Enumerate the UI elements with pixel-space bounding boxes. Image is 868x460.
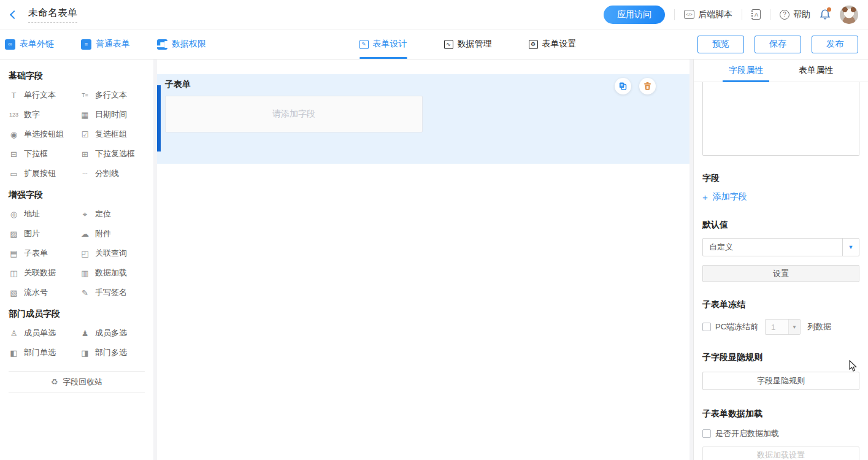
palette-grid: ♙成员单选♟成员多选◧部门单选◨部门多选 — [9, 323, 153, 362]
palette-item-member-single[interactable]: ♙成员单选 — [9, 323, 80, 343]
department-icon: ◧ — [9, 349, 19, 357]
serial-number-icon: ▧ — [9, 289, 19, 297]
visibility-rules-button[interactable]: 字段显隐规则 — [702, 372, 859, 390]
palette-item-linked-query[interactable]: ◰关联查询 — [80, 243, 151, 263]
code-icon: </> — [684, 10, 694, 19]
linked-query-icon: ◰ — [80, 250, 90, 258]
data-chart-icon: ∿ — [444, 40, 453, 49]
tab-data-management[interactable]: ∿数据管理 — [444, 29, 492, 59]
chevron-down-icon: ▼ — [842, 239, 859, 256]
palette-item-label: 关联查询 — [95, 248, 127, 259]
center-tabs: ✎表单设计∿数据管理⚙表单设置 — [238, 29, 697, 59]
contacts-icon[interactable]: A — [751, 9, 761, 20]
document-icon: ≡ — [81, 39, 91, 50]
plus-icon: + — [702, 193, 708, 202]
back-icon[interactable] — [10, 10, 18, 18]
toolbar-link-label: 表单外链 — [20, 39, 54, 50]
data-load-checkbox[interactable] — [702, 429, 711, 438]
user-avatar[interactable] — [840, 6, 858, 24]
toolbar-link-normal-form[interactable]: ≡普通表单 — [81, 39, 130, 50]
palette-item-radio-group[interactable]: ◉单选按钮组 — [9, 125, 80, 144]
preview-button[interactable]: 预览 — [697, 36, 744, 53]
crosshair-icon: ⌖ — [80, 210, 90, 218]
subform-icon: ▤ — [9, 250, 19, 258]
palette-item-label: 分割线 — [95, 168, 119, 179]
freeze-checkbox[interactable] — [702, 323, 711, 331]
palette-item-datetime[interactable]: ▦日期时间 — [80, 105, 151, 125]
palette-section-title: 增强字段 — [9, 190, 153, 201]
radio-icon: ◉ — [9, 131, 19, 139]
palette-item-divider[interactable]: ┄分割线 — [80, 164, 151, 183]
help-button[interactable]: ? 帮助 — [780, 9, 810, 20]
panel-tab-form-props[interactable]: 表单属性 — [799, 59, 833, 82]
palette-item-serial-number[interactable]: ▧流水号 — [9, 283, 80, 302]
pen-icon: ✎ — [80, 289, 90, 297]
field-recycle-bin[interactable]: ♻字段回收站 — [9, 371, 145, 393]
cloud-upload-icon: ☁ — [80, 230, 90, 238]
departments-icon: ◨ — [80, 349, 90, 357]
subform-block-label: 子表单 — [165, 79, 689, 90]
palette-item-label: 子表单 — [24, 248, 48, 259]
palette-item-label: 关联数据 — [24, 267, 56, 278]
notification-dot — [827, 7, 831, 12]
palette-item-dept-single[interactable]: ◧部门单选 — [9, 343, 80, 362]
app-access-button[interactable]: 应用访问 — [604, 6, 665, 24]
toolbar-link-data-permission[interactable]: ▂▆█数据权限 — [157, 39, 206, 50]
save-button[interactable]: 保存 — [755, 36, 801, 53]
palette-item-linked-data[interactable]: ◫关联数据 — [9, 263, 80, 283]
palette-item-label: 单选按钮组 — [24, 129, 64, 140]
recycle-icon: ♻ — [51, 377, 58, 386]
palette-item-address[interactable]: ◎地址 — [9, 204, 80, 224]
properties-panel: 字段属性表单属性 字段 + 添加字段 默认值 自定义 ▼ 设置 子表单冻结 PC… — [693, 59, 868, 460]
notification-bell-button[interactable] — [820, 9, 831, 20]
field-palette-sidebar: 基础字段T单行文本T≡多行文本123数字▦日期时间◉单选按钮组☑复选框组⊟下拉框… — [0, 59, 153, 460]
panel-body: 字段 + 添加字段 默认值 自定义 ▼ 设置 子表单冻结 PC端冻结前 1 — [694, 82, 868, 460]
toolbar-link-form-external-link[interactable]: ∞表单外链 — [5, 39, 54, 50]
palette-item-extend-button[interactable]: ▭扩展按钮 — [9, 164, 80, 183]
palette-item-label: 扩展按钮 — [24, 168, 56, 179]
form-title[interactable]: 未命名表单 — [28, 7, 77, 23]
palette-item-label: 成员单选 — [24, 328, 56, 339]
delete-field-button[interactable] — [639, 78, 656, 94]
toolbar-links: ∞表单外链≡普通表单▂▆█数据权限 — [5, 39, 238, 50]
palette-item-dept-multi[interactable]: ◨部门多选 — [80, 343, 151, 362]
palette-item-subform[interactable]: ▤子表单 — [9, 243, 80, 263]
publish-button[interactable]: 发布 — [812, 36, 858, 53]
add-field-link[interactable]: + 添加字段 — [702, 191, 859, 202]
palette-item-geolocation[interactable]: ⌖定位 — [80, 204, 151, 224]
divider — [674, 9, 675, 20]
palette-item-image[interactable]: ▨图片 — [9, 224, 80, 243]
backend-script-button[interactable]: </> 后端脚本 — [684, 9, 732, 20]
main-area: 基础字段T单行文本T≡多行文本123数字▦日期时间◉单选按钮组☑复选框组⊟下拉框… — [0, 59, 868, 460]
panel-tab-field-props[interactable]: 字段属性 — [729, 59, 763, 82]
tab-form-settings[interactable]: ⚙表单设置 — [529, 29, 577, 59]
subform-dropzone[interactable]: 请添加字段 — [165, 96, 423, 132]
palette-item-single-line-text[interactable]: T单行文本 — [9, 85, 80, 105]
palette-item-number[interactable]: 123数字 — [9, 105, 80, 125]
palette-item-data-load[interactable]: ▥数据加载 — [80, 263, 151, 283]
visibility-section-title: 子字段显隐规则 — [702, 352, 859, 363]
toolbar-link-label: 数据权限 — [172, 39, 206, 50]
tab-form-design[interactable]: ✎表单设计 — [359, 29, 407, 59]
divider — [742, 9, 742, 20]
trash-icon — [643, 82, 652, 91]
palette-item-multi-select[interactable]: ⊞下拉复选框 — [80, 144, 151, 164]
scrolled-field-box[interactable] — [702, 82, 859, 156]
palette-item-multi-line-text[interactable]: T≡多行文本 — [80, 85, 151, 105]
palette-item-signature[interactable]: ✎手写签名 — [80, 283, 151, 302]
default-value-select[interactable]: 自定义 ▼ — [702, 238, 859, 256]
palette-item-checkbox-group[interactable]: ☑复选框组 — [80, 125, 151, 144]
subform-block-selected[interactable]: 子表单 请添加字段 — [157, 74, 689, 164]
copy-field-button[interactable] — [615, 78, 631, 94]
checkbox-icon: ☑ — [80, 131, 90, 139]
palette-item-attachment[interactable]: ☁附件 — [80, 224, 151, 243]
palette-item-member-multi[interactable]: ♟成员多选 — [80, 323, 151, 343]
data-load-settings-button[interactable]: 数据加载设置 — [702, 447, 859, 460]
freeze-count-select[interactable]: 1 ▼ — [765, 319, 801, 335]
form-paper[interactable]: 子表单 请添加字段 — [157, 59, 689, 460]
palette-item-select[interactable]: ⊟下拉框 — [9, 144, 80, 164]
divider-line-icon: ┄ — [80, 170, 90, 178]
palette-item-label: 附件 — [95, 228, 111, 239]
palette-item-label: 日期时间 — [95, 109, 127, 120]
default-value-settings-button[interactable]: 设置 — [702, 265, 859, 282]
